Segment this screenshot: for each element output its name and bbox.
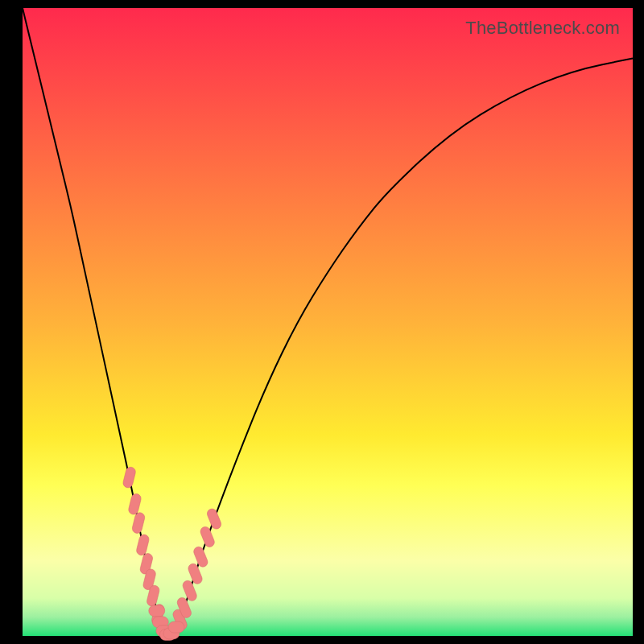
svg-rect-1 [128,493,142,515]
svg-rect-14 [206,507,223,530]
bottleneck-curve [23,8,633,636]
svg-rect-0 [122,466,137,489]
plot-area: TheBottleneck.com [23,8,633,636]
curve-path [23,8,633,634]
svg-rect-13 [199,526,216,549]
svg-rect-2 [131,512,146,535]
svg-rect-3 [135,534,150,556]
data-markers [122,466,223,640]
svg-rect-15 [149,605,165,617]
svg-rect-20 [168,621,184,633]
